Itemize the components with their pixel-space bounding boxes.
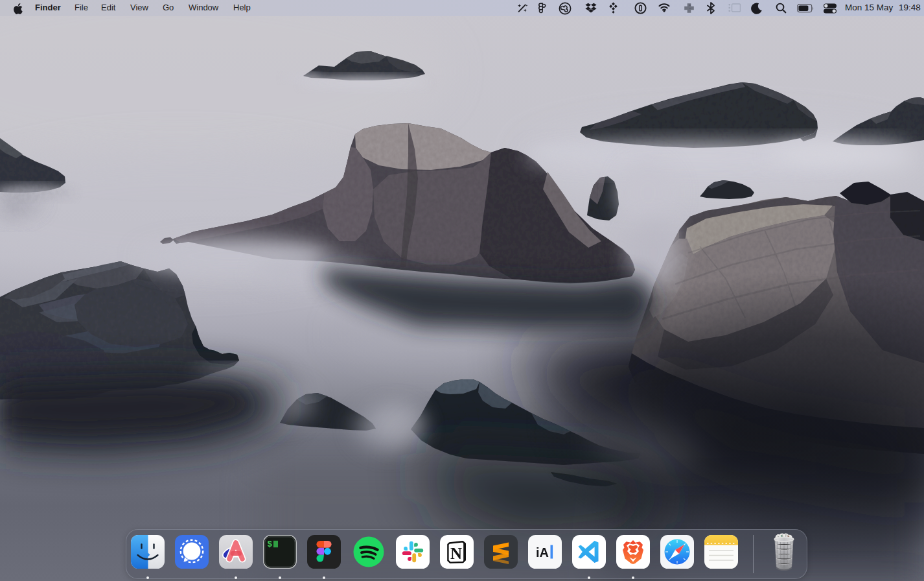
svg-text:iA: iA [536, 545, 549, 560]
svg-text:N: N [450, 545, 462, 562]
svg-text:$: $ [268, 540, 273, 549]
